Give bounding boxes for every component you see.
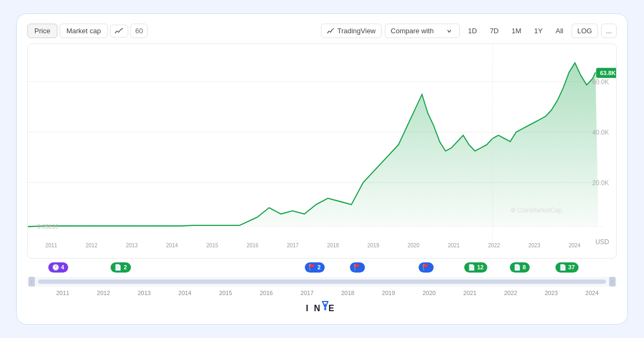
year-label-2020: 2020 <box>393 243 434 248</box>
time-all-btn[interactable]: All <box>551 24 568 38</box>
year-label-2016: 2016 <box>232 243 273 248</box>
event-badge-2024[interactable]: 📄 37 <box>555 262 579 273</box>
time-1m-btn[interactable]: 1M <box>507 24 526 38</box>
trading-view-icon <box>327 27 334 35</box>
year-label-2023: 2023 <box>514 243 554 248</box>
invex-logo: I N E X <box>306 300 338 315</box>
time-7d-btn[interactable]: 7D <box>485 24 504 38</box>
bottom-year-2023: 2023 <box>531 290 572 296</box>
scrollbar-thumb[interactable] <box>38 280 606 284</box>
line-chart-btn[interactable] <box>110 25 128 38</box>
scroll-right-handle[interactable]: ⋮ <box>609 277 616 286</box>
time-1y-btn[interactable]: 1Y <box>529 24 547 38</box>
year-label-2014: 2014 <box>152 243 192 248</box>
bottom-year-2016: 2016 <box>246 290 287 296</box>
chart-area: 60.0K 40.0K 20.0K · 0.05816 63.8K USD ⊕ … <box>27 43 617 259</box>
scrollbar-area[interactable]: ⋮ ⋮ <box>27 277 617 286</box>
year-label-2012: 2012 <box>71 243 112 248</box>
svg-text:20.0K: 20.0K <box>592 179 609 187</box>
event-badge-2012[interactable]: 📄 2 <box>111 262 130 273</box>
event-badge-2022[interactable]: 📄 8 <box>510 262 530 273</box>
more-btn[interactable]: ... <box>601 24 617 38</box>
bottom-year-2011: 2011 <box>42 290 83 296</box>
line-chart-icon <box>115 28 123 34</box>
event-badge-2011[interactable]: 🕐 4 <box>48 262 68 273</box>
year-label-2015: 2015 <box>192 243 232 248</box>
bottom-year-2020: 2020 <box>409 290 450 296</box>
svg-text:E X: E X <box>328 304 338 313</box>
time-1d-btn[interactable]: 1D <box>463 24 482 38</box>
year-label-2019: 2019 <box>353 243 393 248</box>
svg-text:⊕ CoinMarketCap: ⊕ CoinMarketCap <box>510 207 562 214</box>
svg-marker-16 <box>324 308 327 311</box>
bottom-year-2014: 2014 <box>165 290 206 296</box>
bottom-year-2015: 2015 <box>205 290 246 296</box>
market-cap-tab[interactable]: Market cap <box>60 24 108 38</box>
bottom-year-2018: 2018 <box>327 290 368 296</box>
view-toggle: Price Market cap 60 <box>27 24 148 38</box>
bottom-year-2021: 2021 <box>450 290 491 296</box>
right-controls: TradingView Compare with 1D 7D 1M 1Y All… <box>321 24 617 38</box>
year-label-2021: 2021 <box>434 243 474 248</box>
trading-view-btn[interactable]: TradingView <box>321 24 382 38</box>
year-label-2022: 2022 <box>474 243 514 248</box>
svg-text:40.0K: 40.0K <box>592 129 609 136</box>
scrollbar-track[interactable] <box>38 280 606 284</box>
price-chart: 60.0K 40.0K 20.0K · 0.05816 63.8K USD ⊕ … <box>28 44 616 258</box>
event-badge-2018[interactable]: 🚩 <box>350 262 365 273</box>
year-label-2024: 2024 <box>554 243 595 248</box>
svg-text:USD: USD <box>595 238 609 246</box>
year-label-2011: 2011 <box>31 243 71 248</box>
scroll-left-handle[interactable]: ⋮ <box>28 277 35 286</box>
event-badge-2017[interactable]: 🚩 2 <box>305 262 325 273</box>
bottom-year-2019: 2019 <box>368 290 409 296</box>
logo: I N E X <box>27 296 617 317</box>
year-label-2017: 2017 <box>273 243 313 248</box>
svg-text:60.0K: 60.0K <box>592 78 609 86</box>
log-btn[interactable]: LOG <box>572 24 598 38</box>
svg-text:I N: I N <box>306 304 321 313</box>
bottom-year-2013: 2013 <box>124 290 165 296</box>
chevron-down-icon <box>447 28 452 34</box>
bottom-year-2012: 2012 <box>83 290 124 296</box>
main-container: Price Market cap 60 TradingView Compare … <box>16 13 628 325</box>
bottom-year-2017: 2017 <box>287 290 327 296</box>
svg-text:63.8K: 63.8K <box>600 70 616 76</box>
event-badges-row: 🕐 4 📄 2 🚩 2 🚩 🚩 📄 <box>27 259 617 276</box>
price-tab[interactable]: Price <box>27 24 57 38</box>
compare-btn[interactable]: Compare with <box>385 24 460 38</box>
year-label-2013: 2013 <box>112 243 152 248</box>
bottom-year-2024: 2024 <box>572 290 612 296</box>
event-badge-2020[interactable]: 🚩 <box>419 262 434 273</box>
event-badge-2021[interactable]: 📄 12 <box>464 262 487 273</box>
number-btn[interactable]: 60 <box>130 24 148 38</box>
bottom-year-axis: 2011 2012 2013 2014 2015 2016 2017 2018 … <box>27 288 617 296</box>
year-label-2018: 2018 <box>313 243 353 248</box>
toolbar: Price Market cap 60 TradingView Compare … <box>27 24 617 38</box>
x-axis-years-inner: 2011 2012 2013 2014 2015 2016 2017 2018 … <box>31 243 595 248</box>
bottom-year-2022: 2022 <box>490 290 531 296</box>
svg-text:· 0.05816: · 0.05816 <box>34 223 58 230</box>
